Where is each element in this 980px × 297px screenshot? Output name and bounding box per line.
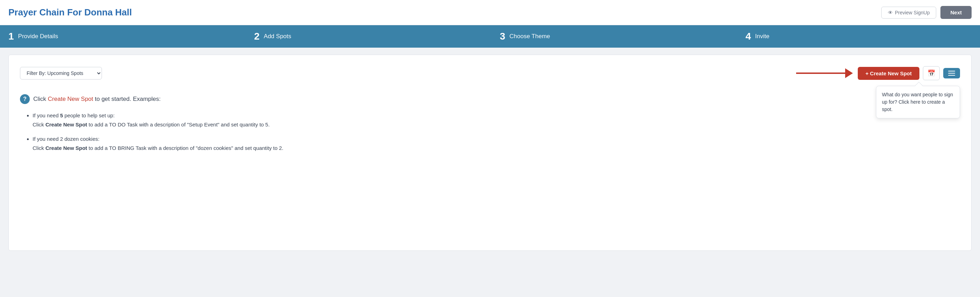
page-title: Prayer Chain For Donna Hall (8, 7, 132, 18)
calendar-icon: 📅 (928, 69, 935, 77)
help-icon: ? (20, 94, 30, 104)
step-4-number: 4 (746, 32, 751, 41)
step-3-label: Choose Theme (510, 33, 550, 40)
help-example-1-number: 5 (60, 113, 63, 118)
help-highlight: Create New Spot (48, 95, 93, 102)
main-content: Filter By: Upcoming Spots + Create New S… (8, 55, 972, 251)
hamburger-icon (948, 71, 955, 76)
step-3[interactable]: 3 Choose Theme (488, 25, 735, 48)
step-3-number: 3 (500, 32, 506, 41)
top-bar: Prayer Chain For Donna Hall 👁 Preview Si… (0, 0, 980, 25)
step-2[interactable]: 2 Add Spots (243, 25, 489, 48)
menu-button[interactable] (943, 68, 960, 78)
step-4-label: Invite (755, 33, 770, 40)
step-2-number: 2 (254, 32, 260, 41)
toolbar-row: Filter By: Upcoming Spots + Create New S… (20, 66, 960, 80)
arrow-head (845, 68, 853, 78)
step-4[interactable]: 4 Invite (735, 25, 980, 48)
help-example-1-action: Create New Spot (46, 122, 87, 127)
help-example-2: If you need 2 dozen cookies: Click Creat… (33, 135, 960, 152)
arrow-line (796, 73, 845, 74)
create-new-spot-button[interactable]: + Create New Spot (858, 67, 920, 80)
top-bar-actions: 👁 Preview SignUp Next (881, 6, 972, 19)
eye-icon: 👁 (888, 10, 893, 16)
step-2-label: Add Spots (264, 33, 291, 40)
help-example-1: If you need 5 people to help set up: Cli… (33, 111, 960, 129)
step-1-label: Provide Details (18, 33, 58, 40)
filter-select[interactable]: Filter By: Upcoming Spots (20, 67, 102, 79)
calendar-view-button[interactable]: 📅 (923, 66, 940, 80)
help-title-text: Click Create New Spot to get started. Ex… (33, 95, 161, 103)
help-section: ? Click Create New Spot to get started. … (20, 94, 960, 152)
preview-signup-button[interactable]: 👁 Preview SignUp (881, 6, 937, 19)
steps-bar: 1 Provide Details 2 Add Spots 3 Choose T… (0, 25, 980, 48)
help-title: ? Click Create New Spot to get started. … (20, 94, 960, 104)
toolbar-right: + Create New Spot 📅 What do you want peo… (796, 66, 960, 80)
help-examples-list: If you need 5 people to help set up: Cli… (20, 111, 960, 152)
help-example-2-action: Create New Spot (46, 145, 87, 151)
step-1-number: 1 (8, 32, 14, 41)
arrow-pointer (796, 68, 853, 78)
next-button[interactable]: Next (940, 6, 972, 19)
step-1[interactable]: 1 Provide Details (0, 25, 243, 48)
create-spot-tooltip: What do you want people to sign up for? … (876, 86, 960, 118)
